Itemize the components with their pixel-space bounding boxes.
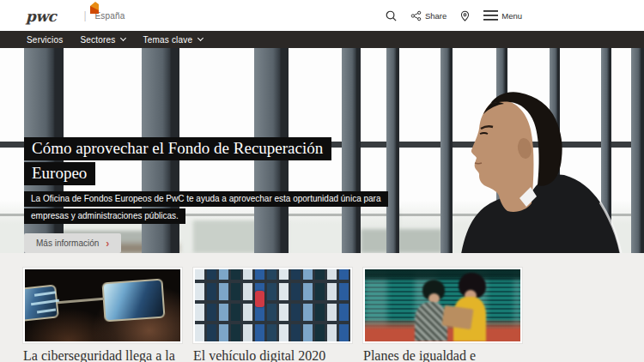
red-car-highlight	[255, 291, 264, 307]
location-button[interactable]	[459, 9, 471, 22]
card-image-parked-cars[interactable]	[193, 268, 352, 343]
nav-item-servicios[interactable]: Servicios	[27, 35, 63, 45]
search-button[interactable]	[385, 9, 398, 22]
nav-item-temas-clave[interactable]: Temas clave	[143, 35, 203, 45]
nav-item-sectores[interactable]: Sectores	[80, 35, 125, 45]
hero-banner: Cómo aprovechar el Fondo de Recuperación…	[0, 48, 644, 253]
hero-title-line1: Cómo aprovechar el Fondo de Recuperación	[24, 137, 331, 160]
menu-label: Menu	[501, 11, 522, 21]
main-nav: Servicios Sectores Temas clave	[0, 31, 644, 48]
card-image-glasses-reflection[interactable]	[23, 268, 182, 343]
window-bar	[386, 48, 399, 253]
share-button[interactable]: Share	[410, 10, 447, 21]
pwc-flame-icon	[87, 1, 99, 18]
search-icon	[385, 9, 398, 22]
card-title[interactable]: La ciberseguridad llega a la	[23, 347, 182, 362]
figure-documents	[441, 305, 473, 329]
pwc-logo[interactable]: pwc	[26, 7, 70, 24]
hero-photo-businessman	[408, 49, 644, 253]
card-title[interactable]: El vehículo digital 2020	[193, 347, 352, 362]
more-info-label: Más información	[36, 238, 99, 248]
hamburger-menu-icon	[483, 10, 498, 21]
header-actions: Share Menu	[385, 9, 522, 22]
menu-button[interactable]: Menu	[483, 10, 522, 21]
card-planes-igualdad[interactable]: Planes de igualdad e	[363, 268, 522, 362]
nav-label: Servicios	[27, 35, 63, 45]
pwc-homepage: pwc | España	[0, 0, 644, 362]
hero-description-line1: La Oficina de Fondos Europeos de PwC te …	[24, 191, 388, 207]
share-label: Share	[425, 11, 447, 21]
card-vehiculo-digital[interactable]: El vehículo digital 2020	[193, 268, 352, 362]
location-pin-icon	[459, 9, 471, 22]
pwc-wordmark: pwc	[26, 9, 56, 24]
chevron-down-icon	[197, 35, 204, 41]
glasses-bridge	[58, 298, 104, 305]
card-ciberseguridad[interactable]: La ciberseguridad llega a la	[23, 268, 182, 362]
card-image-two-women[interactable]	[363, 268, 522, 343]
card-title[interactable]: Planes de igualdad e	[363, 347, 522, 362]
nav-label: Temas clave	[143, 35, 192, 45]
more-info-button[interactable]: Más información ›	[24, 233, 121, 253]
featured-articles-section: La ciberseguridad llega a la El vehículo…	[0, 253, 644, 362]
hero-description-line2: empresas y administraciones públicas.	[24, 208, 185, 224]
glasses-right-lens	[101, 279, 165, 323]
hero-title-line2: Europeo	[24, 162, 95, 185]
hero-title-link[interactable]: Cómo aprovechar el Fondo de Recuperación…	[24, 137, 388, 185]
hero-description: La Oficina de Fondos Europeos de PwC te …	[24, 191, 388, 224]
share-icon	[410, 10, 422, 21]
hero-content: Cómo aprovechar el Fondo de Recuperación…	[24, 137, 388, 253]
chevron-down-icon	[120, 35, 126, 41]
arrow-right-icon: ›	[106, 240, 109, 247]
header-divider: |	[83, 9, 86, 21]
nav-label: Sectores	[80, 35, 115, 45]
header: pwc | España	[0, 0, 644, 31]
region-label: España	[95, 11, 125, 21]
